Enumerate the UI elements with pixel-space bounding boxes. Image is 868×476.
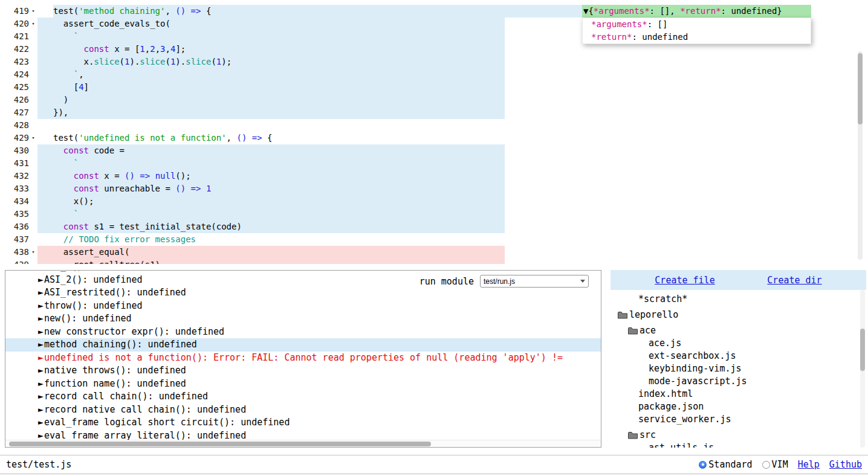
editor-vertical-scrollbar[interactable] (858, 51, 863, 260)
file-label: mode-javascript.js (649, 375, 747, 388)
expand-icon[interactable]: ► (38, 326, 44, 337)
editor-line-436[interactable]: 436 const s1 = test_initial_state(code) (0, 220, 868, 233)
expand-icon[interactable]: ► (38, 313, 44, 324)
test-result-row[interactable]: ►eval_frame logical short circuit(): und… (5, 416, 601, 429)
create-file-button[interactable]: Create file (655, 275, 714, 286)
editor-line-429[interactable]: 429▾test('undefined is not a function', … (0, 132, 868, 144)
editor-line-428[interactable]: 428 (0, 119, 868, 132)
file-item[interactable]: mode-javascript.js (611, 375, 866, 388)
expand-icon[interactable]: ► (38, 365, 44, 376)
editor-line-435[interactable]: 435 ` (0, 208, 868, 220)
expand-icon[interactable]: ► (38, 391, 44, 402)
file-item[interactable]: ast_utils.js (611, 442, 866, 448)
files-vertical-scrollbar[interactable] (860, 290, 865, 448)
radio-vim-icon[interactable] (762, 461, 770, 469)
code-line[interactable]: test('undefined is not a function', () =… (37, 132, 868, 144)
editor-line-432[interactable]: 432 const x = () => null(); (0, 170, 868, 182)
test-result-row[interactable]: ►function name(): undefined (5, 378, 601, 391)
create-dir-button[interactable]: Create dir (767, 275, 821, 286)
test-result-row[interactable]: ►record call chain(): undefined (5, 390, 601, 404)
expand-icon[interactable]: ► (38, 352, 44, 363)
file-item[interactable]: index.html (611, 388, 866, 400)
code-line[interactable]: const x = [1,2,3,4]; (37, 43, 868, 56)
test-result-row[interactable]: ►throw(): undefined (5, 300, 601, 313)
help-link[interactable]: Help (798, 459, 820, 470)
fold-toggle-icon[interactable]: ▾ (29, 132, 37, 144)
editor-line-423[interactable]: 423 x.slice(1).slice(1).slice(1); (0, 56, 868, 68)
editor-line-430[interactable]: 430 const code = (0, 144, 868, 157)
results-scrollbar-thumb[interactable] (9, 442, 431, 446)
editor-line-426[interactable]: 426 ) (0, 94, 868, 106)
code-line[interactable]: const code = (37, 144, 868, 157)
editor-line-424[interactable]: 424 `, (0, 68, 868, 81)
github-link[interactable]: Github (829, 459, 862, 470)
code-line[interactable]: x(); (37, 195, 868, 208)
run-module-select[interactable]: test/run.js (480, 275, 589, 288)
code-line[interactable]: }), (37, 106, 868, 119)
eval-result-tooltip: ▼{*arguments*: [], *return*: undefined} … (582, 5, 811, 44)
keybinding-standard-option[interactable]: Standard (699, 459, 752, 470)
code-line[interactable]: ` (37, 157, 868, 170)
editor-line-437[interactable]: 437 // TODO fix error messages (0, 233, 868, 246)
folder-item[interactable]: ace (611, 324, 866, 337)
fold-toggle-icon[interactable]: ▾ (29, 5, 37, 18)
files-scrollbar-thumb[interactable] (860, 329, 865, 371)
file-item[interactable]: ace.js (611, 337, 866, 350)
editor-line-438[interactable]: 438▾ assert_equal( (0, 246, 868, 259)
code-editor[interactable]: 419▾test('method chaining', () => {420▾ … (0, 0, 868, 264)
fold-toggle-icon[interactable]: ▾ (29, 246, 37, 259)
expand-icon[interactable]: ► (38, 270, 44, 272)
expand-icon[interactable]: ► (38, 430, 44, 441)
file-item[interactable]: service_worker.js (611, 413, 866, 426)
code-line[interactable]: const unreachable = () => 1 (37, 182, 868, 195)
code-line[interactable]: // TODO fix error messages (37, 233, 868, 246)
editor-line-422[interactable]: 422 const x = [1,2,3,4]; (0, 43, 868, 56)
expand-icon[interactable]: ► (38, 404, 44, 415)
editor-line-433[interactable]: 433 const unreachable = () => 1 (0, 182, 868, 195)
file-item[interactable]: *scratch* (611, 293, 866, 306)
test-result-row[interactable]: ►undefined is not a function(): Error: F… (5, 352, 601, 365)
editor-line-434[interactable]: 434 x(); (0, 195, 868, 208)
expand-icon[interactable]: ► (38, 339, 44, 350)
expand-icon[interactable]: ► (38, 274, 44, 285)
results-horizontal-scrollbar[interactable] (5, 440, 601, 447)
code-line[interactable]: ` (37, 208, 868, 220)
test-result-row[interactable]: ►new constructor expr(): undefined (5, 326, 601, 339)
code-line[interactable]: [4] (37, 81, 868, 94)
folder-item[interactable]: src (611, 429, 866, 442)
editor-line-431[interactable]: 431 ` (0, 157, 868, 170)
code-line[interactable]: ) (37, 94, 868, 106)
expand-icon[interactable]: ► (38, 300, 44, 311)
editor-line-439[interactable]: 439 root_calltree(s1) (0, 259, 868, 264)
test-result-row[interactable]: ►ASI_restrited(): undefined (5, 286, 601, 300)
file-item[interactable]: keybinding-vim.js (611, 362, 866, 375)
code-line[interactable]: `, (37, 68, 868, 81)
fold-toggle-icon[interactable]: ▾ (29, 18, 37, 30)
keybinding-vim-option[interactable]: VIM (762, 459, 788, 470)
editor-line-427[interactable]: 427}), (0, 106, 868, 119)
radio-standard-icon[interactable] (699, 461, 707, 469)
code-line[interactable] (37, 119, 868, 132)
line-number: 436 (0, 220, 29, 233)
code-line[interactable]: const x = () => null(); (37, 170, 868, 182)
file-item[interactable]: package.json (611, 400, 866, 413)
expand-icon[interactable]: ► (38, 378, 44, 389)
editor-line-425[interactable]: 425 [4] (0, 81, 868, 94)
test-result-row[interactable]: ►record native call chain(): undefined (5, 404, 601, 417)
test-result-row[interactable]: ►method chaining(): undefined (5, 338, 601, 352)
folder-item[interactable]: leporello (611, 309, 866, 321)
code-line[interactable]: x.slice(1).slice(1).slice(1); (37, 56, 868, 68)
eval-result-header[interactable]: ▼{*arguments*: [], *return*: undefined} (582, 5, 811, 18)
expand-icon[interactable]: ► (38, 287, 44, 298)
expand-icon[interactable]: ► (38, 417, 44, 428)
code-token: ). (175, 57, 186, 66)
eval-result-entry[interactable]: *return*: undefined (583, 31, 811, 43)
eval-result-entry[interactable]: *arguments*: [] (583, 18, 811, 31)
file-item[interactable]: ext-searchbox.js (611, 350, 866, 362)
code-line[interactable]: root_calltree(s1) (37, 259, 868, 264)
editor-scrollbar-thumb[interactable] (858, 53, 863, 124)
code-line[interactable]: assert_equal( (37, 246, 868, 259)
code-line[interactable]: const s1 = test_initial_state(code) (37, 220, 868, 233)
test-result-row[interactable]: ►native throws(): undefined (5, 364, 601, 378)
test-result-row[interactable]: ►new(): undefined (5, 312, 601, 326)
